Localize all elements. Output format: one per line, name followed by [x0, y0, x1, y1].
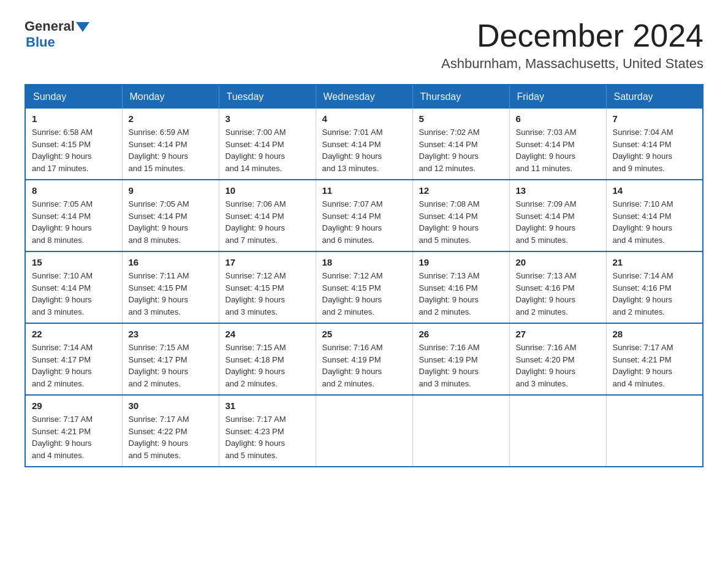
day-info: Sunrise: 7:15 AMSunset: 4:18 PMDaylight:… — [226, 343, 286, 388]
calendar-cell: 9 Sunrise: 7:05 AMSunset: 4:14 PMDayligh… — [122, 180, 219, 251]
calendar-week-row: 8 Sunrise: 7:05 AMSunset: 4:14 PMDayligh… — [25, 180, 703, 251]
calendar-cell: 12 Sunrise: 7:08 AMSunset: 4:14 PMDaylig… — [412, 180, 509, 251]
calendar-cell: 26 Sunrise: 7:16 AMSunset: 4:19 PMDaylig… — [412, 323, 509, 395]
day-info: Sunrise: 6:59 AMSunset: 4:14 PMDaylight:… — [129, 128, 189, 173]
calendar-cell: 19 Sunrise: 7:13 AMSunset: 4:16 PMDaylig… — [412, 251, 509, 323]
calendar-week-row: 1 Sunrise: 6:58 AMSunset: 4:15 PMDayligh… — [25, 109, 703, 180]
day-number: 1 — [32, 113, 116, 124]
day-info: Sunrise: 7:16 AMSunset: 4:19 PMDaylight:… — [419, 343, 480, 388]
day-number: 6 — [516, 113, 600, 124]
calendar-cell: 3 Sunrise: 7:00 AMSunset: 4:14 PMDayligh… — [219, 109, 316, 180]
calendar-cell: 23 Sunrise: 7:15 AMSunset: 4:17 PMDaylig… — [122, 323, 219, 395]
day-number: 10 — [226, 185, 309, 196]
day-number: 26 — [419, 329, 503, 339]
day-info: Sunrise: 7:09 AMSunset: 4:14 PMDaylight:… — [516, 199, 577, 245]
calendar-cell: 7 Sunrise: 7:04 AMSunset: 4:14 PMDayligh… — [606, 109, 703, 180]
day-info: Sunrise: 7:04 AMSunset: 4:14 PMDaylight:… — [613, 128, 673, 173]
calendar-cell: 17 Sunrise: 7:12 AMSunset: 4:15 PMDaylig… — [219, 251, 316, 323]
day-info: Sunrise: 7:03 AMSunset: 4:14 PMDaylight:… — [516, 128, 577, 173]
day-number: 9 — [129, 185, 213, 196]
day-number: 15 — [32, 257, 116, 267]
day-number: 27 — [516, 329, 600, 339]
day-info: Sunrise: 7:12 AMSunset: 4:15 PMDaylight:… — [322, 271, 383, 316]
day-number: 13 — [516, 185, 600, 196]
day-number: 2 — [129, 113, 213, 124]
day-number: 5 — [419, 113, 503, 124]
calendar-cell — [412, 395, 509, 467]
day-number: 3 — [226, 113, 309, 124]
day-number: 23 — [129, 329, 213, 339]
weekday-header-monday: Monday — [122, 85, 219, 109]
calendar-cell — [316, 395, 412, 467]
day-info: Sunrise: 7:13 AMSunset: 4:16 PMDaylight:… — [516, 271, 577, 316]
calendar-cell — [606, 395, 703, 467]
location-subtitle: Ashburnham, Massachusetts, United States — [441, 56, 703, 72]
day-number: 7 — [613, 113, 697, 124]
calendar-cell: 2 Sunrise: 6:59 AMSunset: 4:14 PMDayligh… — [122, 109, 219, 180]
svg-marker-0 — [76, 22, 89, 32]
day-number: 17 — [226, 257, 309, 267]
weekday-header-thursday: Thursday — [412, 85, 509, 109]
day-info: Sunrise: 7:10 AMSunset: 4:14 PMDaylight:… — [613, 199, 673, 245]
calendar-cell: 27 Sunrise: 7:16 AMSunset: 4:20 PMDaylig… — [509, 323, 606, 395]
month-year-title: December 2024 — [441, 18, 703, 53]
day-number: 24 — [226, 329, 309, 339]
calendar-cell: 18 Sunrise: 7:12 AMSunset: 4:15 PMDaylig… — [316, 251, 412, 323]
calendar-cell: 1 Sunrise: 6:58 AMSunset: 4:15 PMDayligh… — [25, 109, 122, 180]
calendar-cell: 30 Sunrise: 7:17 AMSunset: 4:22 PMDaylig… — [122, 395, 219, 467]
day-number: 8 — [32, 185, 116, 196]
calendar-cell — [509, 395, 606, 467]
day-info: Sunrise: 7:06 AMSunset: 4:14 PMDaylight:… — [226, 199, 286, 245]
calendar-header-row: SundayMondayTuesdayWednesdayThursdayFrid… — [25, 85, 703, 109]
weekday-header-tuesday: Tuesday — [219, 85, 316, 109]
calendar-cell: 8 Sunrise: 7:05 AMSunset: 4:14 PMDayligh… — [25, 180, 122, 251]
calendar-cell: 4 Sunrise: 7:01 AMSunset: 4:14 PMDayligh… — [316, 109, 412, 180]
day-number: 19 — [419, 257, 503, 267]
calendar-week-row: 22 Sunrise: 7:14 AMSunset: 4:17 PMDaylig… — [25, 323, 703, 395]
day-info: Sunrise: 7:17 AMSunset: 4:23 PMDaylight:… — [226, 415, 286, 460]
day-info: Sunrise: 7:16 AMSunset: 4:20 PMDaylight:… — [516, 343, 577, 388]
calendar-cell: 29 Sunrise: 7:17 AMSunset: 4:21 PMDaylig… — [25, 395, 122, 467]
calendar-cell: 15 Sunrise: 7:10 AMSunset: 4:14 PMDaylig… — [25, 251, 122, 323]
calendar-cell: 31 Sunrise: 7:17 AMSunset: 4:23 PMDaylig… — [219, 395, 316, 467]
day-info: Sunrise: 7:17 AMSunset: 4:21 PMDaylight:… — [32, 415, 93, 460]
calendar-cell: 28 Sunrise: 7:17 AMSunset: 4:21 PMDaylig… — [606, 323, 703, 395]
page-header: General Blue December 2024 Ashburnham, M… — [25, 18, 703, 72]
day-info: Sunrise: 7:16 AMSunset: 4:19 PMDaylight:… — [322, 343, 383, 388]
day-info: Sunrise: 7:07 AMSunset: 4:14 PMDaylight:… — [322, 199, 383, 245]
calendar-cell: 14 Sunrise: 7:10 AMSunset: 4:14 PMDaylig… — [606, 180, 703, 251]
day-info: Sunrise: 7:05 AMSunset: 4:14 PMDaylight:… — [32, 199, 93, 245]
day-info: Sunrise: 7:13 AMSunset: 4:16 PMDaylight:… — [419, 271, 480, 316]
weekday-header-saturday: Saturday — [606, 85, 703, 109]
calendar-cell: 10 Sunrise: 7:06 AMSunset: 4:14 PMDaylig… — [219, 180, 316, 251]
day-info: Sunrise: 7:05 AMSunset: 4:14 PMDaylight:… — [129, 199, 189, 245]
day-info: Sunrise: 7:14 AMSunset: 4:17 PMDaylight:… — [32, 343, 93, 388]
calendar-cell: 22 Sunrise: 7:14 AMSunset: 4:17 PMDaylig… — [25, 323, 122, 395]
calendar-cell: 21 Sunrise: 7:14 AMSunset: 4:16 PMDaylig… — [606, 251, 703, 323]
logo: General Blue — [25, 18, 89, 50]
day-info: Sunrise: 7:08 AMSunset: 4:14 PMDaylight:… — [419, 199, 480, 245]
day-number: 29 — [32, 400, 116, 411]
day-info: Sunrise: 7:02 AMSunset: 4:14 PMDaylight:… — [419, 128, 480, 173]
calendar-week-row: 29 Sunrise: 7:17 AMSunset: 4:21 PMDaylig… — [25, 395, 703, 467]
calendar-cell: 20 Sunrise: 7:13 AMSunset: 4:16 PMDaylig… — [509, 251, 606, 323]
day-number: 25 — [322, 329, 406, 339]
logo-triangle-icon — [76, 20, 89, 33]
calendar-table: SundayMondayTuesdayWednesdayThursdayFrid… — [25, 84, 703, 467]
day-number: 30 — [129, 400, 213, 411]
calendar-cell: 5 Sunrise: 7:02 AMSunset: 4:14 PMDayligh… — [412, 109, 509, 180]
day-info: Sunrise: 7:15 AMSunset: 4:17 PMDaylight:… — [129, 343, 189, 388]
calendar-cell: 11 Sunrise: 7:07 AMSunset: 4:14 PMDaylig… — [316, 180, 412, 251]
weekday-header-sunday: Sunday — [25, 85, 122, 109]
calendar-cell: 16 Sunrise: 7:11 AMSunset: 4:15 PMDaylig… — [122, 251, 219, 323]
calendar-cell: 24 Sunrise: 7:15 AMSunset: 4:18 PMDaylig… — [219, 323, 316, 395]
day-info: Sunrise: 7:00 AMSunset: 4:14 PMDaylight:… — [226, 128, 286, 173]
day-number: 28 — [613, 329, 697, 339]
day-info: Sunrise: 7:14 AMSunset: 4:16 PMDaylight:… — [613, 271, 673, 316]
title-block: December 2024 Ashburnham, Massachusetts,… — [441, 18, 703, 72]
day-number: 22 — [32, 329, 116, 339]
day-info: Sunrise: 7:01 AMSunset: 4:14 PMDaylight:… — [322, 128, 383, 173]
weekday-header-wednesday: Wednesday — [316, 85, 412, 109]
calendar-cell: 13 Sunrise: 7:09 AMSunset: 4:14 PMDaylig… — [509, 180, 606, 251]
day-info: Sunrise: 7:17 AMSunset: 4:22 PMDaylight:… — [129, 415, 189, 460]
